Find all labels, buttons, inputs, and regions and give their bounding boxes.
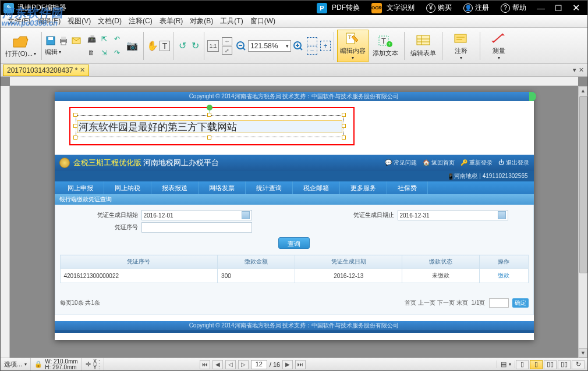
zoom-out-icon[interactable] [235, 40, 247, 52]
document-tab[interactable]: 20170103143208437 * ✕ [3, 65, 89, 76]
marquee-plus-icon[interactable]: + [320, 41, 331, 51]
pdf-convert-button[interactable]: P PDF转换 [311, 3, 366, 13]
resize-handle[interactable] [342, 124, 346, 128]
menu-edit[interactable]: 编辑(E) [34, 16, 64, 26]
text-object-selected[interactable]: 河东软件园是最好的第三方下载网站 [76, 115, 343, 137]
fwd-button[interactable]: ▷ [238, 360, 249, 369]
prev-page-button[interactable]: ◀ [212, 360, 223, 369]
rotate-right-icon[interactable]: ↻ [189, 40, 201, 52]
close-button[interactable]: ✕ [567, 2, 585, 13]
print-icon[interactable] [58, 35, 69, 47]
layout-icon[interactable]: ▤ [501, 361, 506, 368]
resize-handle[interactable] [342, 135, 346, 140]
pager-ok-button[interactable]: 确定 [512, 298, 529, 308]
email-icon[interactable] [70, 35, 82, 47]
resize-handle[interactable] [207, 135, 211, 140]
pager-nav[interactable]: 首页 上一页 下一页 末页 [405, 299, 467, 307]
menu-file[interactable]: 文件(F) [4, 16, 34, 26]
add-text-button[interactable]: T+ 添加文本 [370, 30, 401, 62]
text-content[interactable]: 河东软件园是最好的第三方下载网站 [77, 120, 342, 133]
nav-item[interactable]: 统计查询 [246, 181, 293, 194]
nav-item[interactable]: 更多服务 [340, 181, 387, 194]
tab-close-all-icon[interactable]: ✕ [579, 66, 584, 74]
tab-close-icon[interactable]: ✕ [80, 66, 85, 74]
resize-handle[interactable] [73, 113, 77, 117]
edit-form-button[interactable]: 编辑表单 [408, 30, 439, 62]
nav-item[interactable]: 网络发票 [199, 181, 246, 194]
resize-handle[interactable] [342, 113, 346, 117]
zoom-input[interactable]: 121.58%▾ [248, 40, 291, 52]
fit-page-icon[interactable]: ⤢ [222, 47, 232, 55]
actual-size-icon[interactable]: 1:1 [207, 40, 219, 52]
start-date-input[interactable]: 2016-12-01 [141, 210, 252, 220]
next-page-button[interactable]: ▶ [282, 360, 293, 369]
scroll-up-icon[interactable]: ▲ [579, 86, 587, 95]
redo-icon[interactable]: ↷ [111, 47, 123, 59]
menu-view[interactable]: 视图(V) [64, 16, 94, 26]
scroll-down-icon[interactable]: ▼ [579, 348, 587, 358]
marquee-icon[interactable] [307, 37, 317, 45]
back-button[interactable]: ◁ [225, 360, 236, 369]
doc-icon[interactable]: 🗎 [86, 47, 97, 59]
rotate-handle-icon[interactable] [207, 105, 212, 110]
menu-doc[interactable]: 文档(D) [94, 16, 125, 26]
scan-icon[interactable]: 📠 [86, 33, 97, 45]
home-link[interactable]: 🏠 返回首页 [423, 159, 455, 167]
pay-link[interactable]: 缴款 [498, 272, 509, 279]
nav-item[interactable]: 网上纳税 [104, 181, 151, 194]
zoom-in-icon[interactable] [292, 40, 304, 52]
last-page-button[interactable]: ⏭ [295, 360, 306, 369]
seq-input[interactable] [141, 222, 252, 233]
menu-window[interactable]: 窗口(W) [247, 16, 279, 26]
maximize-button[interactable]: ☐ [550, 3, 567, 13]
options-button[interactable]: 选项... ▾ [1, 358, 31, 370]
resize-handle[interactable] [207, 113, 211, 117]
ocr-button[interactable]: OCR 文字识别 [366, 3, 420, 13]
help-button[interactable]: ? 帮助 [495, 3, 532, 13]
view-facing-cont-button[interactable]: ▯▯ [558, 360, 571, 369]
import-icon[interactable]: ⇲ [98, 47, 110, 59]
vertical-scrollbar[interactable]: ▲ ▼ [578, 86, 587, 358]
undo-icon[interactable]: ↶ [111, 33, 123, 45]
menu-tool[interactable]: 工具(T) [217, 16, 246, 26]
nav-item[interactable]: 社保费 [387, 181, 428, 194]
buy-button[interactable]: ¥ 购买 [420, 3, 458, 13]
page-number-input[interactable]: 12 [251, 360, 267, 369]
tab-menu-icon[interactable]: ▾ [573, 66, 576, 74]
relogin-link[interactable]: 🔑 重新登录 [461, 159, 493, 167]
nav-item[interactable]: 网上申报 [57, 181, 104, 194]
view-rotate-button[interactable]: ↻ [572, 360, 585, 369]
view-continuous-button[interactable]: ▯ [530, 360, 543, 369]
minimize-button[interactable]: — [532, 3, 550, 13]
save-icon[interactable] [45, 35, 56, 47]
marquee-minus-icon[interactable]: – [307, 47, 317, 55]
register-button[interactable]: 👤 注册 [458, 3, 495, 13]
query-button[interactable]: 查询 [278, 237, 310, 249]
hand-tool-icon[interactable]: ✋ [147, 40, 158, 52]
rotate-left-icon[interactable]: ↺ [176, 40, 188, 52]
exit-link[interactable]: ⏻ 退出登录 [498, 159, 529, 167]
menu-annotate[interactable]: 注释(C) [125, 16, 156, 26]
fit-width-icon[interactable]: ↔ [222, 37, 232, 45]
menu-form[interactable]: 表单(R) [156, 16, 187, 26]
view-facing-button[interactable]: ▯▯ [544, 360, 557, 369]
edit-content-button[interactable]: T 编辑内容▾ [337, 30, 369, 62]
document-area: ▲ ▼ Copyright © 2014河南省地方税务局 技术支持：中国软件与技… [1, 77, 587, 358]
first-page-button[interactable]: ⏮ [200, 360, 210, 369]
menu-object[interactable]: 对象(B) [186, 16, 217, 26]
text-select-icon[interactable]: T [160, 41, 170, 51]
annotate-button[interactable]: 注释▾ [445, 30, 477, 62]
nav-item[interactable]: 税企邮箱 [293, 181, 340, 194]
view-single-button[interactable]: ▯ [516, 360, 529, 369]
export-icon[interactable]: ⇱ [98, 33, 110, 45]
measure-button[interactable]: 测量▾ [483, 30, 515, 62]
pdf-page[interactable]: Copyright © 2014河南省地方税务局 技术支持：中国软件与技术服务股… [55, 92, 534, 340]
camera-icon[interactable]: 📷 [126, 40, 138, 52]
faq-link[interactable]: 💬 常见问题 [385, 159, 417, 167]
resize-handle[interactable] [73, 124, 77, 128]
resize-handle[interactable] [73, 135, 77, 140]
open-button[interactable]: 打开(O)...▾ [3, 32, 38, 59]
pager-goto-input[interactable] [489, 298, 509, 308]
end-date-input[interactable]: 2016-12-31 [398, 210, 508, 220]
nav-item[interactable]: 报表报送 [151, 181, 199, 194]
